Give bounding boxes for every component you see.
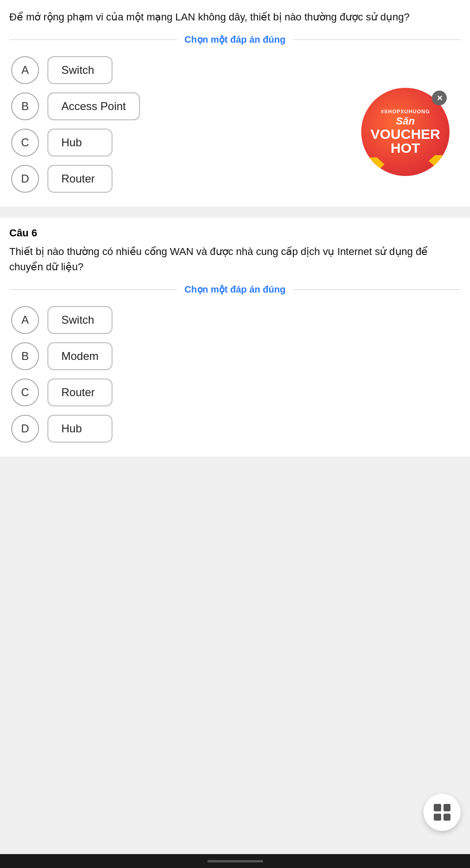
grid-icon	[434, 804, 450, 821]
question-6-number: Câu 6	[9, 227, 461, 239]
option-letter-6d[interactable]: D	[11, 415, 39, 443]
divider-line-left	[9, 39, 177, 40]
question-6-options: A Switch B Modem C Router D Hub	[9, 306, 461, 443]
option-letter-5a[interactable]: A	[11, 56, 39, 84]
question-5-divider: Chọn một đáp án đúng	[9, 34, 461, 45]
divider-line-left-6	[9, 289, 177, 290]
option-label-5d[interactable]: Router	[47, 165, 113, 193]
option-label-6b[interactable]: Modem	[47, 342, 113, 370]
option-letter-6b[interactable]: B	[11, 342, 39, 370]
grid-cell-3	[434, 814, 441, 821]
option-letter-6c[interactable]: C	[11, 379, 39, 406]
grid-cell-2	[444, 804, 451, 811]
option-label-6a[interactable]: Switch	[47, 306, 113, 334]
divider-line-right-6	[293, 289, 461, 290]
ad-san-text: Săn	[396, 115, 415, 127]
grid-cell-4	[444, 814, 451, 821]
bottom-pill	[207, 860, 263, 862]
question-6-block: Câu 6 Thiết bị nào thường có nhiều cổng …	[0, 218, 470, 457]
option-row-5b: B Access Point ✕ #SHOPXUHUONG Săn VOUCHE…	[11, 92, 459, 120]
option-row-5a: A Switch	[11, 56, 459, 84]
question-5-text: Để mở rộng phạm vi của một mạng LAN khôn…	[9, 9, 461, 25]
question-5-options: A Switch B Access Point ✕ #SHOPXUHUONG S…	[9, 56, 461, 193]
option-label-6c[interactable]: Router	[47, 379, 113, 406]
question-5-instruction: Chọn một đáp án đúng	[177, 34, 293, 45]
option-row-5c: C Hub	[11, 129, 459, 157]
ad-top-text: #SHOPXUHUONG	[381, 109, 430, 114]
question-6-instruction: Chọn một đáp án đúng	[177, 284, 293, 295]
bottom-navigation-bar	[0, 854, 470, 868]
grid-cell-1	[434, 804, 441, 811]
option-letter-6a[interactable]: A	[11, 306, 39, 334]
question-6-divider: Chọn một đáp án đúng	[9, 284, 461, 295]
question-6-text: Thiết bị nào thường có nhiều cổng WAN và…	[9, 244, 461, 274]
option-row-5d: D Router	[11, 165, 459, 193]
section-separator	[0, 212, 470, 218]
option-row-6b: B Modem	[11, 342, 459, 370]
ad-close-button[interactable]: ✕	[432, 91, 447, 105]
option-label-6d[interactable]: Hub	[47, 415, 113, 443]
question-5-block: Để mở rộng phạm vi của một mạng LAN khôn…	[0, 0, 470, 207]
option-row-6d: D Hub	[11, 415, 459, 443]
option-letter-5c[interactable]: C	[11, 129, 39, 157]
option-row-6c: C Router	[11, 379, 459, 406]
option-label-5b[interactable]: Access Point	[47, 92, 140, 120]
option-label-5c[interactable]: Hub	[47, 129, 113, 157]
option-letter-5b[interactable]: B	[11, 92, 39, 120]
grid-fab-button[interactable]	[424, 794, 461, 831]
option-letter-5d[interactable]: D	[11, 165, 39, 193]
option-label-5a[interactable]: Switch	[47, 56, 113, 84]
divider-line-right	[293, 39, 461, 40]
option-row-6a: A Switch	[11, 306, 459, 334]
